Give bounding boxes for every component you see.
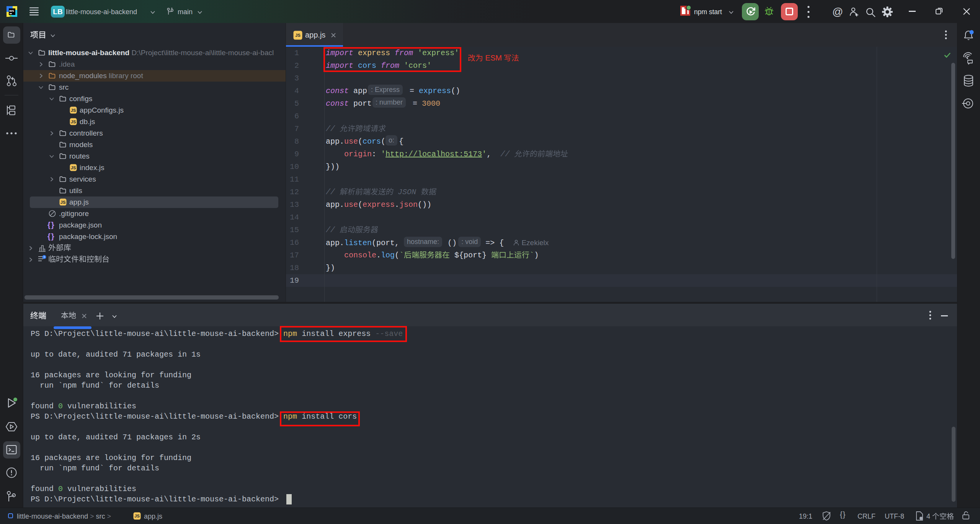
svg-text:JS: JS xyxy=(60,200,65,205)
svg-text:JS: JS xyxy=(295,33,300,38)
svg-text:WS: WS xyxy=(9,9,15,13)
svg-text:JS: JS xyxy=(71,165,76,170)
svg-text:JS: JS xyxy=(71,108,76,113)
svg-text:JS: JS xyxy=(71,120,76,124)
svg-text:JS: JS xyxy=(134,514,139,518)
